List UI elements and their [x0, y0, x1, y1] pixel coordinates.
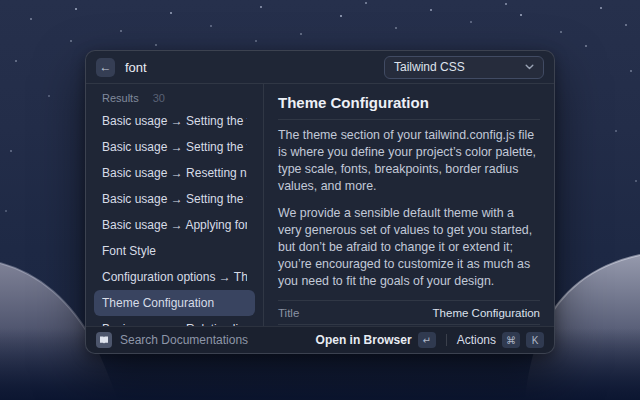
result-item[interactable]: Font Style: [94, 238, 255, 264]
result-item-label: Basic usage → Resetting numeric fo...: [102, 166, 247, 180]
result-item[interactable]: Basic usage → Resetting numeric fo...: [94, 160, 255, 186]
result-item[interactable]: Theme Configuration: [94, 290, 255, 316]
back-arrow-icon: ←: [100, 58, 112, 77]
chevron-down-icon: [525, 64, 534, 70]
detail-title: Theme Configuration: [278, 94, 540, 111]
result-item-label: Basic usage → Setting the font family: [102, 114, 247, 128]
results-panel: Results 30 Basic usage → Setting the fon…: [86, 84, 264, 326]
footer-separator: [446, 334, 447, 346]
result-item[interactable]: Basic usage → Relative line-heights: [94, 316, 255, 326]
footer-actions: Open in Browser ↵ Actions ⌘ K: [316, 332, 544, 348]
back-button[interactable]: ←: [96, 58, 115, 77]
actions-button[interactable]: Actions ⌘ K: [457, 332, 544, 348]
k-keycap: K: [526, 332, 544, 348]
command-keycap: ⌘: [502, 332, 520, 348]
result-item[interactable]: Basic usage → Setting the font size: [94, 134, 255, 160]
search-query[interactable]: font: [125, 60, 147, 75]
search-documentations-window: ← font Tailwind CSS Results 30 Basic usa…: [85, 50, 555, 354]
description-paragraph: We provide a sensible default theme with…: [278, 205, 540, 290]
result-item-label: Basic usage → Applying font smooth...: [102, 218, 247, 232]
open-in-browser-button[interactable]: Open in Browser ↵: [316, 332, 436, 348]
stars: [0, 0, 2, 2]
metadata-table: Title Theme Configuration Language: [278, 300, 540, 326]
result-item-label: Theme Configuration: [102, 296, 214, 310]
result-item-label: Basic usage → Setting the font size: [102, 140, 247, 154]
description-paragraph: The theme section of your tailwind.confi…: [278, 127, 540, 195]
footer-app: Search Documentations: [96, 332, 248, 348]
metadata-value: Theme Configuration: [433, 307, 540, 319]
results-header: Results 30: [94, 90, 255, 108]
search-documentations-icon: [96, 332, 112, 348]
detail-panel: Theme Configuration The theme section of…: [264, 84, 554, 326]
app-label: Search Documentations: [120, 333, 248, 347]
docset-selected-label: Tailwind CSS: [394, 60, 465, 74]
window-topbar: ← font Tailwind CSS: [86, 51, 554, 84]
window-body: Results 30 Basic usage → Setting the fon…: [86, 84, 554, 326]
result-item[interactable]: Basic usage → Setting the font weight: [94, 186, 255, 212]
result-item-label: Basic usage → Setting the font weight: [102, 192, 247, 206]
window-footer: Search Documentations Open in Browser ↵ …: [86, 326, 554, 353]
open-in-browser-label: Open in Browser: [316, 333, 412, 347]
metadata-label: Title: [278, 307, 299, 319]
result-item-label: Font Style: [102, 244, 156, 258]
results-label: Results: [102, 92, 139, 104]
result-item[interactable]: Configuration options → Theme: [94, 264, 255, 290]
return-keycap: ↵: [418, 332, 436, 348]
divider: [278, 119, 540, 120]
metadata-row: Title Theme Configuration: [278, 304, 540, 325]
docset-dropdown[interactable]: Tailwind CSS: [384, 56, 544, 79]
actions-label: Actions: [457, 333, 496, 347]
results-count: 30: [153, 92, 165, 104]
result-item-label: Configuration options → Theme: [102, 270, 247, 284]
result-item[interactable]: Basic usage → Applying font smooth...: [94, 212, 255, 238]
result-item[interactable]: Basic usage → Setting the font family: [94, 108, 255, 134]
metadata-value-text: Theme Configuration: [433, 307, 540, 319]
